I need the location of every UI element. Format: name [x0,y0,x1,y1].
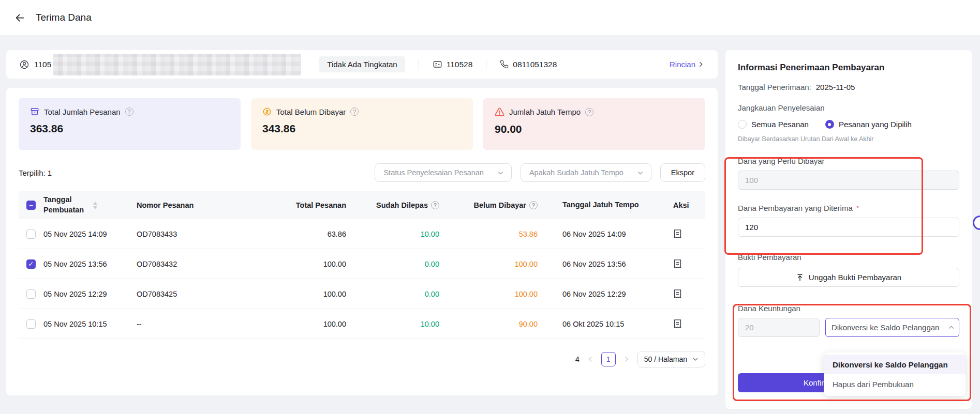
page-size-select[interactable]: 50 / Halaman [637,351,705,367]
receipt-date-label: Tanggal Penerimaan: [738,83,811,91]
scope-label: Jangkauan Penyelesaian [738,103,959,112]
received-input[interactable] [738,218,959,237]
id-card-icon [433,59,442,69]
help-icon[interactable]: ? [529,201,538,209]
cell-released: 10.00 [346,230,439,238]
prev-page-icon[interactable] [587,356,594,363]
cell-total: 63.86 [256,230,346,238]
selected-count: Terpilih: 1 [19,168,52,177]
filter-due-select[interactable]: Apakah Sudah Jatuh Tempo [521,163,651,182]
cell-released: 0.00 [346,260,439,268]
dropdown-option-convert[interactable]: Dikonversi ke Saldo Pelanggan [824,355,966,374]
received-label-text: Dana Pembayaran yang Diterima [738,204,853,212]
radio-all-orders[interactable]: Semua Pesanan [738,120,809,129]
sort-icon[interactable] [93,202,97,209]
summary-card-unpaid: Total Belum Dibayar ? 343.86 [251,98,473,150]
receipt-icon[interactable] [673,289,682,299]
need-pay-input [738,171,959,190]
dropdown-option-remove[interactable]: Hapus dari Pembukuan [824,374,966,394]
chevron-up-icon [948,324,955,331]
help-icon[interactable]: ? [350,108,359,116]
select-all-checkbox[interactable]: − [26,201,36,210]
receipt-icon[interactable] [673,259,682,269]
proof-label: Bukti Pembayaran [738,253,959,262]
profit-handling-dropdown: Dikonversi ke Saldo Pelanggan Hapus dari… [824,352,966,396]
profit-row: Dikonversi ke Saldo Pelanggan [738,318,959,337]
payment-order-note: Dibayar Berdasarkan Urutan Dari Awal ke … [738,135,959,143]
export-button[interactable]: Ekspor [660,163,705,182]
details-link[interactable]: Rincian [670,60,704,69]
required-asterisk: * [856,204,859,212]
cell-total: 100.00 [256,320,346,328]
cell-created: 05 Nov 2025 13:56 [43,260,137,268]
cell-order-no: -- [137,320,256,328]
profit-label: Dana Keuntungan [738,304,959,313]
archive-icon [30,107,39,116]
row-checkbox[interactable] [26,289,36,299]
redacted-customer-name [53,54,301,75]
summary-card-label: Jumlah Jatuh Tempo [509,108,581,116]
help-icon[interactable]: ? [585,108,593,116]
cell-unpaid: 100.00 [439,290,538,298]
page-number-button[interactable]: 1 [601,352,616,366]
help-icon[interactable]: ? [431,201,439,209]
cell-created: 05 Nov 2025 12:29 [43,290,137,298]
chevron-down-icon [637,170,644,176]
payment-panel: Informasi Penerimaan Pembayaran Tanggal … [725,50,972,409]
cell-unpaid: 100.00 [439,260,538,268]
tier-badge: Tidak Ada Tingkatan [319,56,405,72]
scope-radio-group: Semua Pesanan Pesanan yang Dipilih [738,120,959,129]
table-row: 05 Nov 2025 12:29 OD7083425 100.00 0.00 … [19,279,705,309]
need-pay-label: Dana yang Perlu Dibayar [738,157,959,165]
table-row: ✓ 05 Nov 2025 13:56 OD7083432 100.00 0.0… [19,249,705,279]
help-icon[interactable]: ? [125,108,133,116]
cell-due: 06 Nov 2025 14:09 [538,230,662,238]
profit-select-value: Dikonversi ke Saldo Pelanggan [831,323,947,332]
cell-total: 100.00 [256,260,346,268]
cell-released: 0.00 [346,290,439,298]
row-checkbox[interactable]: ✓ [26,259,36,269]
summary-card-value: 363.86 [30,122,229,135]
filter-status-select[interactable]: Status Penyelesaian Pesanan [375,163,511,182]
received-label: Dana Pembayaran yang Diterima * [738,204,959,212]
customer-phone-value: 0811051328 [513,60,557,69]
pagination: 4 1 50 / Halaman [19,350,705,368]
floating-widget-partial[interactable] [973,216,980,230]
filter-due-placeholder: Apakah Sudah Jatuh Tempo [529,168,623,177]
cell-released: 10.00 [346,320,439,328]
receipt-date-row: Tanggal Penerimaan: 2025-11-05 [738,83,959,91]
back-icon[interactable] [14,12,25,23]
receipt-icon[interactable] [673,319,682,329]
row-checkbox[interactable] [26,229,36,239]
warning-triangle-icon [495,107,504,117]
details-link-label: Rincian [670,60,695,69]
panel-title: Informasi Penerimaan Pembayaran [738,63,959,73]
table-toolbar: Terpilih: 1 Status Penyelesaian Pesanan … [19,163,705,182]
cell-due: 06 Okt 2025 10:15 [538,320,662,328]
cell-unpaid: 53.86 [439,230,538,238]
radio-selected-orders[interactable]: Pesanan yang Dipilih [825,120,912,129]
col-order-no: Nomor Pesanan [137,201,256,209]
col-due: Tanggal Jatuh Tempo [538,200,641,210]
col-total: Total Pesanan [256,201,346,209]
table-row: 05 Nov 2025 14:09 OD7083433 63.86 10.00 … [19,219,705,249]
profit-handling-select[interactable]: Dikonversi ke Saldo Pelanggan [825,318,959,337]
col-unpaid: Belum Dibayar [473,201,526,209]
upload-proof-button[interactable]: Unggah Bukti Pembayaran [738,268,959,287]
col-released: Sudah Dilepas [376,201,428,209]
orders-panel: Total Jumlah Pesanan ? 363.86 Total Belu… [6,88,718,395]
col-created: Tanggal Pembuatan [43,195,88,215]
chevron-down-icon [692,356,699,362]
col-actions: Aksi [662,201,705,209]
summary-card-value: 90.00 [495,123,694,135]
next-page-icon[interactable] [623,356,630,363]
row-checkbox[interactable] [26,319,36,329]
receipt-icon[interactable] [673,229,682,239]
table-header: − Tanggal Pembuatan Nomor Pesanan Total … [19,191,705,219]
summary-card-overdue: Jumlah Jatuh Tempo ? 90.00 [483,98,705,150]
customer-id: 1105 [34,60,51,69]
person-icon [20,60,29,69]
page: Terima Dana 1105 Tidak Ada Tingkatan 110… [0,0,980,414]
cell-order-no: OD7083432 [137,260,256,268]
pagination-total: 4 [575,355,580,363]
